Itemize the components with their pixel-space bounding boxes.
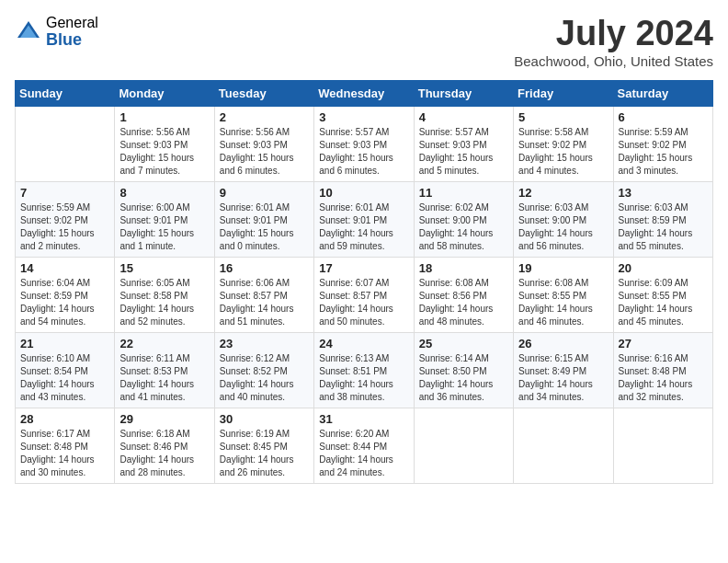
day-number: 1 [119, 110, 209, 124]
day-info: Sunrise: 6:06 AMSunset: 8:57 PMDaylight:… [220, 277, 309, 328]
day-info: Sunrise: 5:58 AMSunset: 9:02 PMDaylight:… [518, 126, 608, 178]
day-info: Sunrise: 6:07 AMSunset: 8:57 PMDaylight:… [319, 277, 408, 328]
calendar-cell: 25 Sunrise: 6:14 AMSunset: 8:50 PMDaylig… [414, 332, 513, 408]
logo-blue: Blue [46, 31, 98, 50]
day-number: 25 [419, 337, 508, 350]
calendar-header-row: SundayMondayTuesdayWednesdayThursdayFrid… [16, 80, 713, 106]
day-info: Sunrise: 6:15 AMSunset: 8:49 PMDaylight:… [518, 352, 608, 404]
day-number: 6 [619, 110, 708, 124]
calendar-cell: 5 Sunrise: 5:58 AMSunset: 9:02 PMDayligh… [514, 106, 613, 181]
calendar-cell: 2 Sunrise: 5:56 AMSunset: 9:03 PMDayligh… [214, 106, 313, 181]
calendar-week-1: 1 Sunrise: 5:56 AMSunset: 9:03 PMDayligh… [16, 106, 713, 181]
header-tuesday: Tuesday [214, 80, 313, 106]
calendar-table: SundayMondayTuesdayWednesdayThursdayFrid… [15, 80, 713, 484]
day-info: Sunrise: 6:11 AMSunset: 8:53 PMDaylight:… [119, 352, 209, 404]
day-number: 14 [20, 261, 109, 275]
month-title: July 2024 [514, 15, 713, 53]
calendar-cell: 31 Sunrise: 6:20 AMSunset: 8:44 PMDaylig… [314, 408, 414, 483]
calendar-cell: 20 Sunrise: 6:09 AMSunset: 8:55 PMDaylig… [613, 257, 712, 332]
day-number: 19 [518, 261, 608, 275]
day-info: Sunrise: 6:05 AMSunset: 8:58 PMDaylight:… [119, 277, 209, 328]
calendar-cell: 1 Sunrise: 5:56 AMSunset: 9:03 PMDayligh… [115, 106, 214, 181]
day-number: 18 [419, 261, 508, 275]
calendar-week-3: 14 Sunrise: 6:04 AMSunset: 8:59 PMDaylig… [16, 257, 713, 332]
day-number: 12 [518, 186, 608, 200]
logo: General Blue [15, 15, 98, 49]
calendar-cell: 28 Sunrise: 6:17 AMSunset: 8:48 PMDaylig… [16, 408, 115, 483]
day-number: 7 [20, 186, 109, 200]
day-info: Sunrise: 6:00 AMSunset: 9:01 PMDaylight:… [119, 201, 209, 253]
day-info: Sunrise: 6:01 AMSunset: 9:01 PMDaylight:… [220, 201, 309, 253]
calendar-cell: 19 Sunrise: 6:08 AMSunset: 8:55 PMDaylig… [514, 257, 613, 332]
day-info: Sunrise: 6:13 AMSunset: 8:51 PMDaylight:… [319, 352, 408, 404]
calendar-cell: 14 Sunrise: 6:04 AMSunset: 8:59 PMDaylig… [16, 257, 115, 332]
day-number: 22 [119, 337, 209, 350]
calendar-cell: 3 Sunrise: 5:57 AMSunset: 9:03 PMDayligh… [314, 106, 414, 181]
logo-general: General [46, 15, 98, 31]
calendar-cell [514, 408, 613, 483]
day-info: Sunrise: 6:08 AMSunset: 8:55 PMDaylight:… [518, 277, 608, 328]
calendar-cell: 6 Sunrise: 5:59 AMSunset: 9:02 PMDayligh… [613, 106, 712, 181]
calendar-cell: 17 Sunrise: 6:07 AMSunset: 8:57 PMDaylig… [314, 257, 414, 332]
page-header: General Blue July 2024 Beachwood, Ohio, … [15, 15, 713, 69]
title-block: July 2024 Beachwood, Ohio, United States [514, 15, 713, 69]
calendar-cell [613, 408, 712, 483]
day-info: Sunrise: 5:59 AMSunset: 9:02 PMDaylight:… [20, 201, 109, 253]
header-friday: Friday [514, 80, 613, 106]
day-info: Sunrise: 6:08 AMSunset: 8:56 PMDaylight:… [419, 277, 508, 328]
day-info: Sunrise: 6:03 AMSunset: 9:00 PMDaylight:… [518, 201, 608, 253]
day-info: Sunrise: 5:56 AMSunset: 9:03 PMDaylight:… [220, 126, 309, 178]
day-number: 29 [119, 412, 209, 426]
calendar-cell: 18 Sunrise: 6:08 AMSunset: 8:56 PMDaylig… [414, 257, 513, 332]
calendar-cell [16, 106, 115, 181]
calendar-cell: 7 Sunrise: 5:59 AMSunset: 9:02 PMDayligh… [16, 181, 115, 257]
day-info: Sunrise: 6:20 AMSunset: 8:44 PMDaylight:… [319, 428, 408, 479]
logo-text: General Blue [46, 15, 98, 49]
day-number: 17 [319, 261, 408, 275]
location: Beachwood, Ohio, United States [514, 53, 713, 69]
calendar-week-2: 7 Sunrise: 5:59 AMSunset: 9:02 PMDayligh… [16, 181, 713, 257]
day-info: Sunrise: 5:56 AMSunset: 9:03 PMDaylight:… [119, 126, 209, 178]
day-number: 21 [20, 337, 109, 350]
day-info: Sunrise: 6:14 AMSunset: 8:50 PMDaylight:… [419, 352, 508, 404]
day-number: 23 [220, 337, 309, 350]
day-info: Sunrise: 6:12 AMSunset: 8:52 PMDaylight:… [220, 352, 309, 404]
day-number: 4 [419, 110, 508, 124]
calendar-cell: 11 Sunrise: 6:02 AMSunset: 9:00 PMDaylig… [414, 181, 513, 257]
day-info: Sunrise: 6:19 AMSunset: 8:45 PMDaylight:… [220, 428, 309, 479]
header-sunday: Sunday [16, 80, 115, 106]
calendar-cell: 29 Sunrise: 6:18 AMSunset: 8:46 PMDaylig… [115, 408, 214, 483]
calendar-cell: 13 Sunrise: 6:03 AMSunset: 8:59 PMDaylig… [613, 181, 712, 257]
day-number: 27 [619, 337, 708, 350]
day-info: Sunrise: 6:02 AMSunset: 9:00 PMDaylight:… [419, 201, 508, 253]
calendar-cell: 4 Sunrise: 5:57 AMSunset: 9:03 PMDayligh… [414, 106, 513, 181]
day-number: 16 [220, 261, 309, 275]
day-info: Sunrise: 6:17 AMSunset: 8:48 PMDaylight:… [20, 428, 109, 479]
day-number: 3 [319, 110, 408, 124]
header-saturday: Saturday [613, 80, 712, 106]
logo-icon [15, 18, 42, 46]
day-info: Sunrise: 5:59 AMSunset: 9:02 PMDaylight:… [619, 126, 708, 178]
day-info: Sunrise: 6:09 AMSunset: 8:55 PMDaylight:… [619, 277, 708, 328]
header-thursday: Thursday [414, 80, 513, 106]
calendar-cell: 30 Sunrise: 6:19 AMSunset: 8:45 PMDaylig… [214, 408, 313, 483]
calendar-cell: 23 Sunrise: 6:12 AMSunset: 8:52 PMDaylig… [214, 332, 313, 408]
calendar-week-4: 21 Sunrise: 6:10 AMSunset: 8:54 PMDaylig… [16, 332, 713, 408]
calendar-cell: 10 Sunrise: 6:01 AMSunset: 9:01 PMDaylig… [314, 181, 414, 257]
day-number: 9 [220, 186, 309, 200]
day-number: 20 [619, 261, 708, 275]
calendar-cell: 27 Sunrise: 6:16 AMSunset: 8:48 PMDaylig… [613, 332, 712, 408]
calendar-cell: 21 Sunrise: 6:10 AMSunset: 8:54 PMDaylig… [16, 332, 115, 408]
day-number: 10 [319, 186, 408, 200]
calendar-cell: 26 Sunrise: 6:15 AMSunset: 8:49 PMDaylig… [514, 332, 613, 408]
day-info: Sunrise: 6:03 AMSunset: 8:59 PMDaylight:… [619, 201, 708, 253]
day-info: Sunrise: 6:10 AMSunset: 8:54 PMDaylight:… [20, 352, 109, 404]
day-info: Sunrise: 6:18 AMSunset: 8:46 PMDaylight:… [119, 428, 209, 479]
calendar-cell: 24 Sunrise: 6:13 AMSunset: 8:51 PMDaylig… [314, 332, 414, 408]
calendar-week-5: 28 Sunrise: 6:17 AMSunset: 8:48 PMDaylig… [16, 408, 713, 483]
day-number: 5 [518, 110, 608, 124]
header-wednesday: Wednesday [314, 80, 414, 106]
calendar-cell: 15 Sunrise: 6:05 AMSunset: 8:58 PMDaylig… [115, 257, 214, 332]
day-number: 2 [220, 110, 309, 124]
day-number: 26 [518, 337, 608, 350]
